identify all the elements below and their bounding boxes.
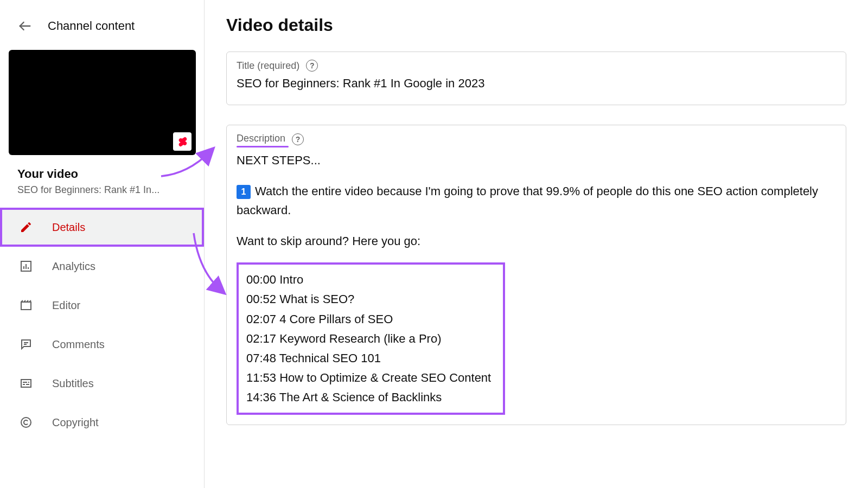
description-field-card[interactable]: Description ? NEXT STEPS... 1Watch the e… bbox=[226, 125, 846, 425]
page-title: Video details bbox=[226, 15, 846, 35]
chapter-line: 00:00 Intro bbox=[246, 270, 495, 290]
your-video-block: Your video SEO for Beginners: Rank #1 In… bbox=[0, 155, 204, 200]
help-icon[interactable]: ? bbox=[306, 60, 318, 72]
title-field-value[interactable]: SEO for Beginners: Rank #1 In Google in … bbox=[237, 76, 836, 92]
svg-rect-12 bbox=[21, 380, 31, 387]
sidebar-nav: Details Analytics Editor Comments bbox=[0, 208, 204, 442]
help-icon[interactable]: ? bbox=[292, 133, 304, 145]
pencil-icon bbox=[17, 221, 35, 234]
keycap-1-icon: 1 bbox=[237, 185, 251, 199]
title-field-label: Title (required) bbox=[237, 60, 299, 72]
film-icon bbox=[17, 299, 35, 312]
sidebar-item-label: Editor bbox=[52, 299, 80, 312]
svg-rect-5 bbox=[21, 302, 31, 310]
sidebar-item-details[interactable]: Details bbox=[0, 208, 204, 247]
subtitles-icon bbox=[17, 377, 35, 390]
sidebar: Channel content Your video SEO for Begin… bbox=[0, 0, 205, 488]
description-line-skip: Want to skip around? Here you go: bbox=[237, 232, 836, 251]
comment-icon bbox=[17, 338, 35, 351]
chapter-line: 00:52 What is SEO? bbox=[246, 290, 495, 309]
your-video-title: SEO for Beginners: Rank #1 In... bbox=[17, 184, 195, 196]
description-line-nextsteps: NEXT STEPS... bbox=[237, 151, 836, 170]
sidebar-item-subtitles[interactable]: Subtitles bbox=[0, 364, 204, 403]
svg-point-17 bbox=[21, 418, 31, 427]
chapter-line: 11:53 How to Optimize & Create SEO Conte… bbox=[246, 368, 495, 388]
copyright-icon bbox=[17, 416, 35, 429]
description-field-label-row: Description ? bbox=[237, 133, 836, 146]
sidebar-item-label: Details bbox=[52, 221, 85, 234]
sidebar-item-copyright[interactable]: Copyright bbox=[0, 403, 204, 442]
title-field-label-row: Title (required) ? bbox=[237, 60, 836, 72]
your-video-label: Your video bbox=[17, 167, 195, 181]
chapter-line: 07:48 Technical SEO 101 bbox=[246, 349, 495, 368]
description-field-label: Description bbox=[237, 133, 285, 146]
title-field-card[interactable]: Title (required) ? SEO for Beginners: Ra… bbox=[226, 52, 846, 105]
video-thumbnail[interactable] bbox=[9, 50, 196, 155]
chapter-line: 14:36 The Art & Science of Backlinks bbox=[246, 388, 495, 407]
sidebar-header: Channel content bbox=[0, 12, 204, 40]
sidebar-item-label: Comments bbox=[52, 338, 105, 351]
description-line-watch: 1Watch the entire video because I'm goin… bbox=[237, 182, 836, 220]
sidebar-item-comments[interactable]: Comments bbox=[0, 325, 204, 364]
sidebar-item-label: Analytics bbox=[52, 260, 95, 273]
video-thumbnail-wrap bbox=[0, 40, 204, 155]
sidebar-title: Channel content bbox=[48, 19, 135, 33]
back-arrow-icon[interactable] bbox=[17, 18, 33, 34]
main-content: Video details Title (required) ? SEO for… bbox=[205, 0, 868, 488]
sidebar-item-label: Copyright bbox=[52, 416, 99, 429]
shorts-badge-icon bbox=[173, 132, 192, 151]
chapters-highlight-box: 00:00 Intro 00:52 What is SEO? 02:07 4 C… bbox=[237, 262, 505, 415]
sidebar-item-editor[interactable]: Editor bbox=[0, 286, 204, 325]
sidebar-item-label: Subtitles bbox=[52, 377, 94, 390]
annotation-underline bbox=[237, 146, 289, 147]
chapter-line: 02:07 4 Core Pillars of SEO bbox=[246, 310, 495, 329]
description-field-body[interactable]: NEXT STEPS... 1Watch the entire video be… bbox=[237, 151, 836, 415]
chart-icon bbox=[17, 260, 35, 273]
chapter-line: 02:17 Keyword Research (like a Pro) bbox=[246, 329, 495, 349]
sidebar-item-analytics[interactable]: Analytics bbox=[0, 247, 204, 286]
